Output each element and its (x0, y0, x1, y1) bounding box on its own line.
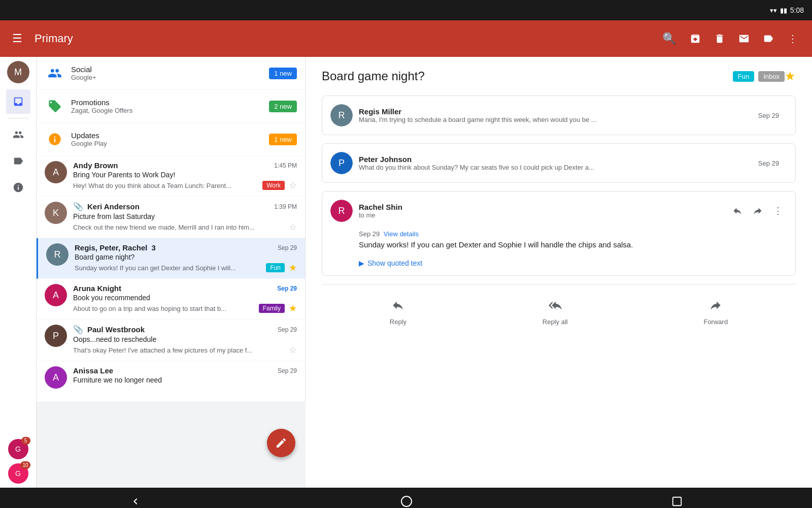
keri-star[interactable]: ☆ (289, 221, 297, 233)
email-item-andy-brown[interactable]: A Andy Brown 1:45 PM Bring Your Parents … (37, 156, 305, 197)
regis-sender-info: Regis Miller Maria, I'm trying to schedu… (359, 107, 758, 123)
compose-button[interactable] (267, 429, 295, 457)
rachel-date-detail: Sep 29 View details (359, 230, 787, 238)
email-item-board-game[interactable]: R Regis, Peter, Rachel 3 Sep 29 Board ga… (37, 238, 305, 279)
regis-avatar: R (46, 243, 69, 266)
keri-subject: Picture from last Saturday (73, 212, 297, 220)
search-button[interactable]: 🔍 (662, 32, 676, 45)
reply-icon (391, 299, 404, 315)
paul-preview: That's okay Peter! I've attached a few p… (73, 346, 285, 354)
home-button[interactable] (396, 491, 417, 508)
aruna-subject: Book you recommended (73, 294, 297, 302)
reply-all-button[interactable]: Reply all (530, 295, 580, 330)
email-item-paul-westbrook[interactable]: P 📎 Paul Westbrook Sep 29 Oops...need to… (37, 320, 305, 361)
updates-category[interactable]: Updates Google Play 1 new (37, 123, 305, 156)
promotions-sub: Zagat, Google Offers (71, 107, 269, 114)
social-sub: Google+ (71, 74, 269, 81)
andy-star[interactable]: ☆ (289, 180, 297, 191)
email-item-anissa-lee[interactable]: A Anissa Lee Sep 29 Furniture we no long… (37, 361, 305, 402)
view-details-link[interactable]: View details (384, 230, 419, 238)
thread-header-rachel[interactable]: R Rachel Shin to me ⋮ (322, 192, 795, 230)
social-badge: 1 new (269, 68, 297, 79)
paul-header: 📎 Paul Westbrook Sep 29 (73, 325, 297, 334)
anissa-subject: Furniture we no longer need (73, 376, 297, 384)
andy-subject: Bring Your Parents to Work Day! (73, 171, 297, 179)
thread-message-peter: P Peter Johnson What do you think about … (322, 143, 796, 183)
mark-read-button[interactable] (733, 27, 755, 50)
thread-header-peter[interactable]: P Peter Johnson What do you think about … (322, 144, 795, 182)
detail-badge-inbox: Inbox (758, 71, 785, 82)
keri-content: 📎 Keri Anderson 1:39 PM Picture from las… (73, 202, 297, 233)
email-item-keri-anderson[interactable]: K 📎 Keri Anderson 1:39 PM Picture from l… (37, 197, 305, 238)
andy-time: 1:45 PM (274, 162, 297, 169)
app-bar: ☰ Primary 🔍 ⋮ (0, 20, 812, 57)
peter-sender-info: Peter Johnson What do you think about Su… (359, 155, 758, 171)
label-button[interactable] (757, 27, 780, 50)
social-info: Social Google+ (71, 65, 269, 81)
detail-title: Board game night? (322, 69, 727, 83)
board-game-star[interactable]: ★ (289, 262, 297, 273)
svg-point-0 (401, 496, 412, 506)
contacts-nav-button[interactable] (6, 122, 30, 147)
social-category[interactable]: Social Google+ 1 new (37, 57, 305, 90)
rachel-thread-sender: Rachel Shin (359, 203, 728, 211)
thread-message-regis: R Regis Miller Maria, I'm trying to sche… (322, 96, 796, 135)
andy-sender: Andy Brown (73, 161, 118, 170)
paul-content: 📎 Paul Westbrook Sep 29 Oops...need to r… (73, 325, 297, 356)
board-game-time: Sep 29 (278, 244, 297, 251)
detail-star[interactable]: ★ (785, 69, 796, 83)
keri-avatar: K (45, 202, 67, 224)
board-game-subject: Board game night? (75, 253, 297, 261)
keri-header: 📎 Keri Anderson 1:39 PM (73, 202, 297, 211)
nav-divider (8, 118, 28, 118)
paul-star[interactable]: ☆ (289, 344, 297, 356)
peter-thread-date: Sep 29 (758, 160, 779, 167)
detail-header: Board game night? Fun Inbox ★ (322, 69, 796, 83)
reply-button[interactable]: Reply (378, 295, 419, 330)
board-game-preview: Sunday works! If you can get Dexter and … (75, 264, 262, 272)
updates-badge: 1 new (269, 134, 297, 145)
user-avatar[interactable]: M (7, 61, 29, 83)
delete-button[interactable] (708, 27, 731, 50)
rachel-to: to me (359, 211, 728, 219)
labels-nav-button[interactable] (6, 149, 30, 173)
board-game-header: Regis, Peter, Rachel 3 Sep 29 (75, 243, 297, 252)
more-options-inline[interactable]: ⋮ (769, 202, 787, 220)
rachel-body-text: Sunday works! If you can get Dexter and … (359, 239, 787, 251)
hamburger-menu[interactable]: ☰ (8, 28, 26, 49)
reply-button-inline[interactable] (728, 202, 747, 220)
aruna-avatar: A (45, 284, 67, 306)
main-container: M G 5 G 10 (0, 57, 812, 488)
keri-preview: Check out the new friend we made, Merril… (73, 224, 285, 231)
forward-button-inline[interactable] (749, 202, 767, 220)
forward-button[interactable]: Forward (691, 295, 740, 330)
peter-thread-avatar: P (330, 152, 353, 174)
paul-avatar: P (45, 325, 67, 347)
andy-content: Andy Brown 1:45 PM Bring Your Parents to… (73, 161, 297, 191)
aruna-tag-family: Family (259, 304, 285, 313)
keri-sender: Keri Anderson (87, 202, 140, 211)
updates-sub: Google Play (71, 140, 269, 147)
thread-header-regis[interactable]: R Regis Miller Maria, I'm trying to sche… (322, 96, 795, 135)
show-quoted-text[interactable]: ▶ Show quoted text (359, 259, 787, 267)
updates-info: Updates Google Play (71, 131, 269, 147)
email-item-aruna-knight[interactable]: A Aruna Knight Sep 29 Book you recommend… (37, 279, 305, 320)
avatar-2[interactable]: G 10 (8, 463, 28, 484)
promotions-name: Promotions (71, 98, 269, 107)
info-nav-button[interactable] (6, 175, 30, 200)
avatar-1[interactable]: G 5 (8, 439, 28, 459)
inbox-nav-button[interactable] (6, 89, 30, 114)
keri-time: 1:39 PM (274, 203, 297, 210)
rachel-thread-body: Sep 29 View details Sunday works! If you… (322, 230, 795, 275)
aruna-star[interactable]: ★ (289, 303, 297, 314)
board-game-count: 3 (152, 243, 156, 252)
recent-apps-button[interactable] (667, 492, 687, 508)
detail-badge-fun: Fun (733, 71, 754, 82)
peter-thread-sender: Peter Johnson (359, 155, 758, 164)
more-options-button[interactable]: ⋮ (782, 27, 804, 50)
user-avatar-container: M (7, 61, 29, 83)
paul-attachment-icon: 📎 (73, 325, 83, 334)
promotions-category[interactable]: Promotions Zagat, Google Offers 2 new (37, 90, 305, 123)
back-button[interactable] (125, 491, 146, 508)
archive-button[interactable] (684, 27, 706, 50)
